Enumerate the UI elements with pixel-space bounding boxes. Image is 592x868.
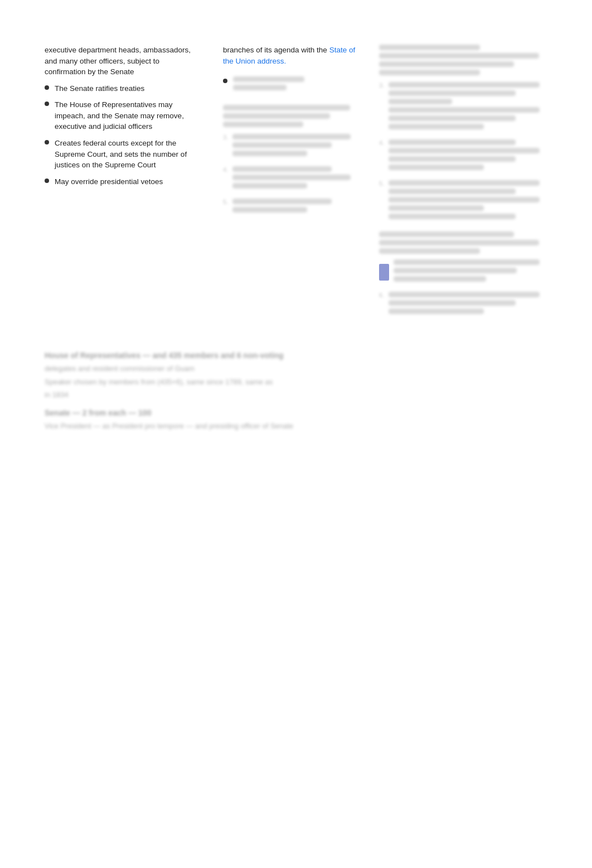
- right-blurred-6: [394, 259, 547, 285]
- left-column: executive department heads, ambassadors,…: [45, 45, 201, 317]
- bullet-list: The Senate ratifies treaties The House o…: [45, 83, 201, 187]
- bullet-icon: [45, 140, 49, 144]
- bottom-line-3: in 1834: [45, 389, 547, 401]
- middle-column: branches of its agenda with the State of…: [223, 45, 357, 317]
- middle-bullet-item: [223, 76, 357, 94]
- list-item: Creates federal courts except for the Su…: [45, 138, 201, 171]
- right-accent-section: [379, 232, 547, 285]
- right-num-row-1: 3.: [379, 82, 547, 133]
- right-blurred-2: [389, 82, 547, 133]
- middle-text-before-link: branches of its agenda with the: [223, 46, 329, 54]
- blurred-num-3: 5.: [223, 199, 228, 216]
- intro-text: executive department heads, ambassadors,…: [45, 45, 201, 78]
- blurred-num: 3.: [223, 134, 228, 160]
- bullet-icon: [223, 79, 227, 83]
- blurred-number-row: 3.: [223, 134, 357, 160]
- bottom-section: House of Representatives — and 435 membe…: [45, 351, 547, 431]
- bullet-icon: [45, 102, 49, 106]
- accent-bar: [379, 264, 389, 281]
- blurred-middle-text: [233, 76, 322, 94]
- middle-text: branches of its agenda with the State of…: [223, 45, 357, 66]
- senate-ratifies-text: The Senate ratifies treaties: [55, 83, 201, 94]
- blurred-number-row-2: 4.: [223, 166, 357, 192]
- right-blurred-section-1: [379, 45, 547, 75]
- right-blurred-7: [389, 292, 547, 317]
- right-blurred-4: [389, 180, 547, 223]
- right-num-row-2: 4.: [379, 139, 547, 173]
- creates-federal-text: Creates federal courts except for the Su…: [55, 138, 201, 171]
- bottom-line-4: Vice President — as President pro tempor…: [45, 421, 547, 432]
- right-column: 3. 4. 5.: [379, 45, 547, 317]
- list-item: The Senate ratifies treaties: [45, 83, 201, 94]
- bottom-heading-1: House of Representatives — and 435 membe…: [45, 351, 547, 360]
- page-container: executive department heads, ambassadors,…: [0, 0, 592, 868]
- right-num-1: 3.: [379, 82, 384, 133]
- list-item: The House of Representatives may impeach…: [45, 99, 201, 132]
- right-num-3: 5.: [379, 180, 384, 223]
- blurred-text-2: [232, 134, 357, 160]
- right-num-row-4: 6.: [379, 292, 547, 317]
- bottom-line-1: delegates and resident commissioner of G…: [45, 363, 547, 374]
- right-blurred-5: [379, 232, 547, 254]
- right-num-row-3: 5.: [379, 180, 547, 223]
- bullet-icon: [45, 85, 49, 90]
- blurred-num-2: 4.: [223, 166, 228, 192]
- may-override-text: May override presidential vetoes: [55, 176, 201, 187]
- bottom-line-2: Speaker chosen by members from (435+6), …: [45, 377, 547, 388]
- right-blurred-3: [389, 139, 547, 173]
- list-item: May override presidential vetoes: [45, 176, 201, 187]
- right-num-4: 6.: [379, 292, 384, 317]
- house-representatives-text: The House of Representatives may impeach…: [55, 99, 201, 132]
- blurred-middle-section: 3. 4. 5.: [223, 105, 357, 216]
- main-content: executive department heads, ambassadors,…: [45, 45, 547, 317]
- accent-row: [379, 259, 547, 285]
- blurred-text-3: [232, 166, 357, 192]
- blurred-text-4: [232, 199, 357, 216]
- blurred-text-1: [223, 105, 357, 127]
- bullet-icon: [45, 179, 49, 183]
- blurred-number-row-3: 5.: [223, 199, 357, 216]
- right-num-2: 4.: [379, 139, 384, 173]
- bottom-heading-2: Senate — 2 from each — 100: [45, 408, 547, 417]
